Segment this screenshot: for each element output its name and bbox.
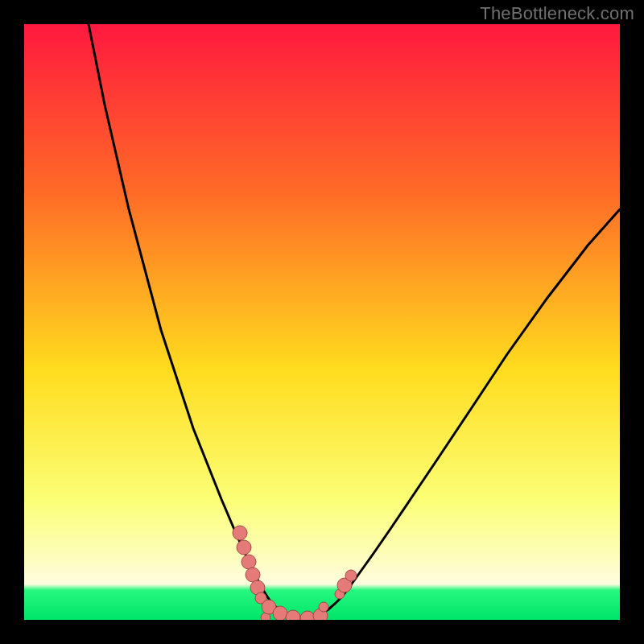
data-marker bbox=[233, 526, 247, 540]
watermark-text: TheBottleneck.com bbox=[480, 3, 634, 24]
data-marker bbox=[345, 570, 357, 581]
chart-frame: TheBottleneck.com bbox=[0, 0, 644, 644]
plot-area bbox=[24, 24, 620, 620]
data-marker bbox=[242, 555, 256, 569]
data-marker bbox=[246, 568, 260, 582]
chart-svg bbox=[24, 24, 620, 620]
data-marker bbox=[237, 540, 251, 555]
data-marker bbox=[273, 606, 287, 620]
data-marker bbox=[319, 602, 328, 612]
